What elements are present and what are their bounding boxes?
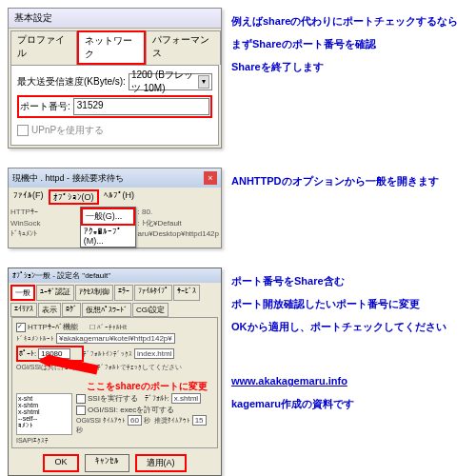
port-input[interactable]: 31529: [73, 98, 209, 115]
port-label: ﾎﾟｰﾄ:: [19, 349, 36, 358]
menu-item-group[interactable]: ｱｸﾾ�ﾙｰﾌﾟ(M)...: [81, 226, 135, 247]
share-settings-window: 基本設定 プロファイル ネットワーク パフォーマンス 最大送受信速度(KByte…: [8, 8, 222, 149]
tab-alias[interactable]: ｴｲﾘｱｽ: [10, 303, 37, 317]
port-label: ポート番号:: [20, 100, 70, 113]
close-icon[interactable]: ×: [204, 171, 217, 185]
chevron-down-icon[interactable]: ▾: [198, 75, 209, 89]
options-dialog: ｵﾌﾟｼｮﾝ一般 - 設定名 "default" 一般 ﾕｰｻﾞ認証 ｱｸｾｽ制…: [8, 268, 222, 476]
anhttpd-window: 現機中 . httpd - 接続要求待ち × ﾌｧｲﾙ(F) ｵﾌﾟｼｮﾝ(O)…: [8, 168, 222, 248]
tab-display[interactable]: 表示: [38, 303, 61, 317]
http-checkbox[interactable]: [16, 323, 26, 332]
tab-error[interactable]: ｴﾗｰ: [114, 285, 133, 301]
tab-network[interactable]: ネットワーク: [77, 30, 146, 65]
menu-item-general[interactable]: 一般(G)...: [81, 208, 135, 226]
ext-listbox[interactable]: x-sht x-shtm x-shtml --self-- ｺﾒﾝﾄ: [16, 393, 72, 435]
upnp-checkbox[interactable]: [17, 125, 29, 136]
tab-profile[interactable]: プロファイル: [10, 30, 77, 65]
menu-help[interactable]: ﾍﾙﾌﾟ(H): [101, 189, 138, 205]
tab-bar: プロファイル ネットワーク パフォーマンス: [9, 29, 221, 65]
tab-vpass[interactable]: 仮想ﾊﾟｽﾜｰﾄﾞ: [82, 303, 131, 317]
apply-button[interactable]: 適用(A): [135, 454, 187, 472]
speed-label: 最大送受信速度(KByte/s):: [17, 75, 126, 89]
upnp-label: UPnPを使用する: [31, 124, 104, 137]
menu-option[interactable]: ｵﾌﾟｼｮﾝ(O): [49, 189, 99, 205]
docroot-input[interactable]: ¥akakagemaru¥kotei¥httpd142p¥: [56, 333, 175, 344]
speed-combo[interactable]: 1200 (Bフレッツ 10M) ▾: [129, 73, 212, 90]
annotation-text: ここをshareのポートに変更: [87, 380, 208, 393]
menu-bar: ﾌｧｲﾙ(F) ｵﾌﾟｼｮﾝ(O) ﾍﾙﾌﾟ(H): [9, 188, 221, 207]
source-link[interactable]: www.akakagemaru.info: [231, 375, 347, 387]
tab-general[interactable]: 一般: [10, 285, 35, 301]
button-row: OK ｷｬﾝｾﾙ 適用(A): [9, 451, 221, 475]
tab-auth[interactable]: ﾕｰｻﾞ認証: [36, 285, 74, 301]
window-title: 基本設定: [9, 9, 221, 29]
tab-access[interactable]: ｱｸｾｽ制御: [75, 285, 113, 301]
menu-file[interactable]: ﾌｧｲﾙ(F): [10, 189, 47, 205]
default-index-input[interactable]: index.html: [134, 348, 174, 359]
port-highlight: ポート番号: 31529: [17, 95, 212, 118]
dialog-body: HTTPｻｰﾊﾞ機能☐ ﾊﾞｰﾁｬﾙHt ﾄﾞｷｭﾒﾝﾄﾙｰﾄ ¥akakage…: [11, 317, 218, 448]
tab-service[interactable]: ｻｰﾋﾞｽ: [173, 285, 200, 301]
window-title: 現機中 . httpd - 接続要求待ち ×: [9, 169, 221, 188]
section1-notes: 例えばshareの代わりにポートチェックするなら まずShareのポート番号を確…: [231, 8, 468, 149]
tab-cgi[interactable]: CGI設定: [132, 303, 169, 317]
tab-filetype[interactable]: ﾌｧｲﾙﾀｲﾌﾟ: [134, 285, 172, 301]
ok-button[interactable]: OK: [43, 454, 78, 472]
option-dropdown: 一般(G)... ｱｸﾾ�ﾙｰﾌﾟ(M)...: [80, 207, 136, 248]
window-title: ｵﾌﾟｼｮﾝ一般 - 設定名 "default": [9, 268, 221, 283]
tab-log[interactable]: ﾛｸﾞ: [62, 303, 81, 317]
tab-performance[interactable]: パフォーマンス: [146, 30, 221, 65]
section3-notes: ポート番号をShare含む ポート開放確認したいポート番号に変更 OKから適用し…: [231, 268, 468, 476]
section2-notes: ANHTTPDのオプションから一般を開きます: [231, 168, 468, 248]
cancel-button[interactable]: ｷｬﾝｾﾙ: [85, 454, 129, 472]
